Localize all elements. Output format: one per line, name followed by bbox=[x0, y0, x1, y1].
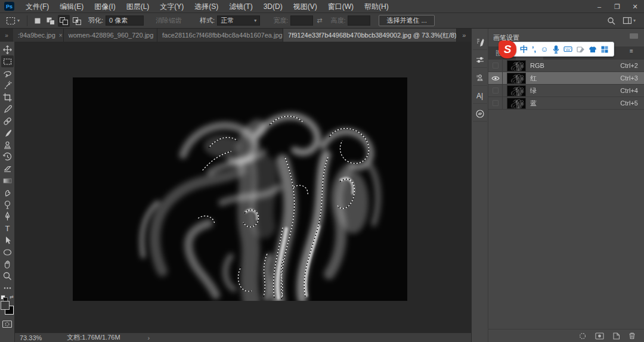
menu-image[interactable]: 图像(I) bbox=[89, 0, 120, 13]
document-tab-bar: » :94a9bec.jpg × women-428896_960_720.jp… bbox=[0, 29, 471, 42]
panel-menu-icon[interactable]: ≡ bbox=[630, 50, 638, 52]
ime-handwriting-icon[interactable] bbox=[577, 46, 584, 53]
menu-view[interactable]: 视图(V) bbox=[288, 0, 323, 13]
menu-type[interactable]: 文字(Y) bbox=[154, 0, 189, 13]
move-tool[interactable] bbox=[1, 43, 14, 55]
libraries-panel-icon[interactable] bbox=[473, 106, 487, 122]
visibility-toggle[interactable] bbox=[488, 97, 503, 109]
menu-edit[interactable]: 编辑(E) bbox=[54, 0, 89, 13]
document-tab-4-active[interactable]: 7f9124e33f7b44968b470bbcb3849002.jpg @ 7… bbox=[283, 29, 457, 42]
select-and-mask-button[interactable]: 选择并遮住 ... bbox=[379, 15, 434, 26]
channel-row-blue[interactable]: 蓝 Ctrl+5 bbox=[488, 97, 644, 110]
smudge-tool[interactable] bbox=[1, 186, 14, 198]
foreground-color-swatch[interactable] bbox=[1, 301, 10, 310]
ime-emoji-icon[interactable]: ☺ bbox=[540, 45, 548, 54]
add-to-selection-button[interactable] bbox=[45, 15, 57, 27]
tool-preset-picker[interactable]: ▾ bbox=[0, 17, 23, 25]
document-tab-1[interactable]: :94a9bec.jpg × bbox=[13, 29, 64, 42]
quick-mask-mode-button[interactable] bbox=[2, 320, 13, 331]
photoshop-logo-icon: Ps bbox=[4, 2, 14, 11]
canvas-pasteboard[interactable] bbox=[15, 42, 471, 332]
spot-healing-brush-tool[interactable] bbox=[1, 115, 14, 127]
ime-mode-chinese[interactable]: 中 bbox=[520, 44, 528, 55]
delete-channel-icon[interactable] bbox=[628, 332, 636, 340]
tab-label: women-428896_960_720.jpg bbox=[69, 32, 154, 39]
menu-layer[interactable]: 图层(L) bbox=[121, 0, 155, 13]
sogou-logo-icon[interactable]: S bbox=[499, 41, 516, 58]
ime-keyboard-icon[interactable] bbox=[564, 46, 572, 52]
workspace-switcher[interactable]: ▾ bbox=[623, 17, 636, 24]
tab-overflow-left-icon[interactable]: » bbox=[0, 29, 13, 42]
status-chevron-icon[interactable]: › bbox=[148, 334, 150, 341]
channel-row-red[interactable]: 红 Ctrl+3 bbox=[488, 72, 644, 85]
ime-skin-icon[interactable] bbox=[589, 46, 597, 53]
ime-microphone-icon[interactable] bbox=[553, 45, 559, 54]
document-tab-2[interactable]: women-428896_960_720.jpg × bbox=[64, 29, 157, 42]
menu-select[interactable]: 选择(S) bbox=[189, 0, 224, 13]
clone-source-panel-icon[interactable] bbox=[473, 70, 487, 86]
type-tool[interactable]: T bbox=[1, 222, 14, 234]
chevron-down-icon: ▾ bbox=[633, 18, 636, 23]
brush-settings-panel-icon[interactable] bbox=[473, 35, 487, 50]
eye-hidden-icon bbox=[493, 63, 499, 69]
style-select[interactable]: 正常 ▾ bbox=[217, 15, 260, 26]
tab-overflow-right-icon[interactable]: » bbox=[457, 29, 471, 42]
ellipse-shape-tool[interactable] bbox=[1, 246, 14, 258]
workspace-icon bbox=[623, 17, 632, 24]
visibility-toggle[interactable] bbox=[488, 85, 503, 97]
search-icon[interactable] bbox=[607, 17, 615, 25]
ime-punctuation-icon[interactable]: ’, bbox=[532, 45, 536, 54]
clone-stamp-tool[interactable] bbox=[1, 139, 14, 151]
edit-toolbar-icon[interactable] bbox=[1, 282, 14, 294]
options-bar: ▾ 羽化: 0 像素 消除锯齿 样式: 正常 ▾ 宽度: ⇄ 高度: 选择并遮住… bbox=[0, 13, 644, 29]
menu-filter[interactable]: 滤镜(T) bbox=[224, 0, 258, 13]
menu-file[interactable]: 文件(F) bbox=[20, 0, 54, 13]
eraser-tool[interactable] bbox=[1, 163, 14, 175]
brushes-panel-icon[interactable] bbox=[473, 52, 487, 68]
sogou-ime-toolbar[interactable]: S 中 ’, ☺ bbox=[505, 42, 614, 57]
character-panel-icon[interactable]: A| bbox=[473, 88, 487, 104]
color-swatches: ⇄ bbox=[1, 295, 14, 316]
crop-tool[interactable] bbox=[1, 91, 14, 103]
collapse-panel-icon[interactable] bbox=[630, 33, 638, 39]
menu-help[interactable]: 帮助(H) bbox=[359, 0, 394, 13]
restore-button[interactable]: ❐ bbox=[608, 0, 626, 13]
subtract-from-selection-button[interactable] bbox=[58, 15, 70, 27]
panel-icon-dock: A| bbox=[472, 29, 488, 342]
visibility-toggle[interactable] bbox=[488, 72, 503, 84]
close-icon[interactable]: × bbox=[59, 32, 63, 39]
dodge-tool[interactable] bbox=[1, 198, 14, 210]
intersect-selection-button[interactable] bbox=[71, 15, 83, 27]
swap-width-height-icon[interactable]: ⇄ bbox=[317, 17, 322, 24]
history-brush-tool[interactable] bbox=[1, 151, 14, 163]
width-input bbox=[290, 15, 313, 26]
brush-tool[interactable] bbox=[1, 127, 14, 139]
document-tab-3[interactable]: face28116c7f468fbb4bc8a44b1607ea.jpg × bbox=[157, 29, 283, 42]
zoom-level[interactable]: 73.33% bbox=[20, 334, 42, 341]
channel-row-green[interactable]: 绿 Ctrl+4 bbox=[488, 85, 644, 97]
visibility-toggle[interactable] bbox=[488, 60, 503, 71]
hand-tool[interactable] bbox=[1, 258, 14, 270]
menu-3d[interactable]: 3D(D) bbox=[258, 0, 288, 13]
save-selection-as-channel-icon[interactable] bbox=[595, 332, 604, 340]
default-colors-icon[interactable] bbox=[1, 295, 5, 300]
magic-wand-tool[interactable] bbox=[1, 79, 14, 91]
zoom-tool[interactable] bbox=[1, 270, 14, 282]
eyedropper-tool[interactable] bbox=[1, 103, 14, 115]
minimize-button[interactable]: – bbox=[590, 0, 608, 13]
gradient-tool[interactable] bbox=[1, 175, 14, 186]
swap-colors-icon[interactable]: ⇄ bbox=[10, 294, 14, 300]
rectangular-marquee-tool[interactable] bbox=[1, 55, 14, 67]
smoke-image-canvas[interactable] bbox=[73, 77, 407, 301]
lasso-tool[interactable] bbox=[1, 67, 14, 79]
create-new-channel-icon[interactable] bbox=[612, 332, 620, 340]
path-selection-tool[interactable] bbox=[1, 234, 14, 246]
close-button[interactable]: ✕ bbox=[626, 0, 644, 13]
feather-input[interactable]: 0 像素 bbox=[106, 15, 144, 26]
channel-row-rgb[interactable]: RGB Ctrl+2 bbox=[488, 60, 644, 72]
ime-toolbox-icon[interactable] bbox=[601, 46, 608, 53]
load-channel-as-selection-icon[interactable] bbox=[578, 332, 587, 340]
pen-tool[interactable] bbox=[1, 210, 14, 222]
new-selection-button[interactable] bbox=[32, 15, 44, 27]
menu-window[interactable]: 窗口(W) bbox=[323, 0, 359, 13]
